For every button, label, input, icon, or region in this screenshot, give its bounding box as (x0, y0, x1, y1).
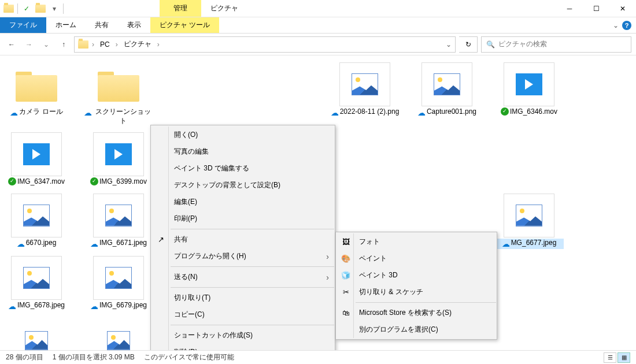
file-label: ☁IMG_6671.jpeg (84, 239, 153, 249)
refresh-button[interactable]: ↻ (459, 36, 478, 53)
file-label: ☁スクリーンショット (84, 107, 153, 125)
address-dropdown-icon[interactable]: ⌄ (446, 40, 452, 49)
context-menu-item[interactable]: 🎨 ペイント (336, 250, 497, 267)
context-menu-item[interactable]: 削除(D) (151, 344, 335, 350)
context-menu-item[interactable]: プログラムから開く(H) (151, 248, 335, 265)
minimize-button[interactable]: ─ (556, 0, 583, 17)
file-item[interactable]: ☁Capture001.png (415, 62, 479, 125)
context-menu-item[interactable]: 別のプログラムを選択(C) (336, 321, 497, 338)
recent-locations-icon[interactable]: ⌄ (39, 38, 53, 51)
synced-status-icon: ✓ (501, 107, 509, 116)
context-menu-item[interactable]: 切り取り(T) (151, 289, 335, 306)
snip-icon: ✂ (341, 287, 351, 298)
file-item[interactable]: ✓IMG_6347.mov (5, 132, 68, 187)
store-icon: 🛍 (341, 308, 351, 318)
menu-separator (171, 266, 334, 267)
contextual-tab-manage: 管理 (160, 0, 201, 17)
search-icon: 🔍 (486, 40, 495, 49)
breadcrumb-pc[interactable]: PC (98, 40, 112, 49)
file-item[interactable]: ✓IMG_6399.mov (87, 132, 150, 187)
file-item[interactable]: ☁カメラ ロール (5, 62, 68, 125)
menu-item-label: 別のプログラムを選択(C) (359, 325, 438, 335)
window-title: ピクチャ (201, 0, 238, 17)
file-item[interactable]: ✓IMG_6346.mov (497, 62, 561, 125)
qat-new-folder-icon[interactable] (34, 2, 47, 15)
file-grid[interactable]: ☁カメラ ロール ☁スクリーンショット xx ☁2022-08-11 (2).p… (0, 55, 636, 350)
menu-item-label: 写真の編集 (174, 147, 209, 157)
maximize-button[interactable]: ☐ (583, 0, 609, 17)
context-menu-item[interactable]: ✂ 切り取り & スケッチ (336, 284, 497, 300)
help-icon[interactable]: ? (622, 21, 631, 30)
cloud-status-icon: ☁ (90, 301, 98, 311)
back-button[interactable]: ← (5, 38, 19, 51)
context-menu-item[interactable]: 開く(O) (151, 127, 335, 143)
file-item[interactable]: ☁6670.jpeg (5, 194, 68, 249)
context-menu-item[interactable]: 印刷(P) (151, 210, 335, 227)
cloud-status-icon: ☁ (84, 107, 92, 118)
menu-item-label: 印刷(P) (174, 214, 197, 224)
context-menu-item[interactable]: ショートカットの作成(S) (151, 327, 335, 344)
ribbon-tabs: ファイル ホーム 共有 表示 ピクチャ ツール ⌄ ? (0, 17, 636, 34)
cloud-status-icon: ☁ (331, 107, 339, 118)
menu-item-label: 切り取り(T) (174, 293, 210, 303)
chevron-right-icon[interactable]: › (114, 40, 119, 49)
cloud-status-icon: ☁ (8, 301, 16, 311)
location-icon (78, 40, 88, 49)
file-item[interactable]: ☁スクリーンショット (87, 62, 150, 125)
context-menu-item[interactable]: 🛍 Microsoft Store を検索する(S) (336, 304, 497, 321)
close-button[interactable]: ✕ (609, 0, 636, 17)
status-selection: 1 個の項目を選択 3.09 MB (53, 352, 135, 362)
search-placeholder: ピクチャの検索 (498, 39, 547, 49)
ribbon-collapse-icon[interactable]: ⌄ (613, 21, 619, 29)
context-menu-item[interactable]: デスクトップの背景として設定(B) (151, 177, 335, 194)
context-menu-item[interactable]: ペイント 3D で編集する (151, 160, 335, 177)
context-menu-item[interactable]: 🧊 ペイント 3D (336, 267, 497, 284)
menu-item-label: 削除(D) (174, 347, 198, 350)
context-menu-item[interactable]: ↗ 共有 (151, 231, 335, 248)
file-label: ✓IMG_6346.mov (494, 107, 564, 117)
chevron-right-icon[interactable]: › (91, 40, 95, 49)
tab-share[interactable]: 共有 (86, 17, 118, 33)
file-item[interactable]: ☁IMG_6678.jpeg (5, 256, 68, 311)
tab-picture-tools[interactable]: ピクチャ ツール (150, 17, 219, 33)
file-item[interactable] (5, 318, 68, 350)
file-item[interactable]: ☁IMG_6679.jpeg (87, 256, 150, 311)
qat-properties-icon[interactable]: ✓ (20, 2, 33, 15)
menu-item-label: プログラムから開く(H) (174, 251, 246, 261)
search-box[interactable]: 🔍 ピクチャの検索 (481, 36, 631, 53)
context-menu-item[interactable]: 編集(E) (151, 194, 335, 210)
tab-home[interactable]: ホーム (46, 17, 86, 33)
file-item[interactable]: ☁MG_6677.jpeg (497, 194, 561, 249)
file-item[interactable] (87, 318, 150, 350)
view-thumbnails-button[interactable]: ▦ (617, 352, 630, 363)
file-item[interactable]: ☁2022-08-11 (2).png (333, 62, 397, 125)
tab-file[interactable]: ファイル (0, 17, 46, 33)
open-with-submenu: 🖼 フォト 🎨 ペイント 🧊 ペイント 3D ✂ 切り取り & スケッチ 🛍 M… (335, 232, 497, 340)
forward-button[interactable]: → (22, 38, 36, 51)
breadcrumb-bar[interactable]: › PC › ピクチャ › ⌄ (74, 36, 456, 53)
status-bar: 28 個の項目 1 個の項目を選択 3.09 MB このデバイスで常に使用可能 … (0, 350, 636, 364)
file-item[interactable]: ☁IMG_6671.jpeg (87, 194, 150, 249)
qat-dropdown-icon[interactable]: ▾ (48, 2, 61, 15)
menu-item-label: 開く(O) (174, 130, 198, 140)
menu-item-label: コピー(C) (174, 310, 205, 320)
photo-icon: 🖼 (341, 237, 351, 247)
file-label: ☁2022-08-11 (2).png (330, 107, 400, 118)
tab-view[interactable]: 表示 (118, 17, 150, 33)
cloud-status-icon: ☁ (417, 107, 426, 118)
chevron-right-icon[interactable]: › (156, 40, 161, 49)
menu-separator (171, 325, 334, 325)
view-details-button[interactable]: ☰ (604, 352, 616, 363)
context-menu-item[interactable]: コピー(C) (151, 306, 335, 323)
context-menu-item[interactable]: 写真の編集 (151, 143, 335, 160)
menu-separator (171, 287, 334, 288)
breadcrumb-pictures[interactable]: ピクチャ (121, 39, 154, 49)
file-label: ✓IMG_6399.mov (84, 177, 153, 187)
menu-item-label: 送る(N) (174, 272, 198, 282)
context-menu-item[interactable]: 🖼 フォト (336, 233, 497, 250)
title-bar: ✓ ▾ 管理 ピクチャ ─ ☐ ✕ (0, 0, 636, 17)
status-item-count: 28 個の項目 (6, 352, 43, 362)
context-menu-item[interactable]: 送る(N) (151, 269, 335, 285)
file-label: ☁Capture001.png (412, 107, 482, 118)
up-button[interactable]: ↑ (57, 38, 71, 51)
